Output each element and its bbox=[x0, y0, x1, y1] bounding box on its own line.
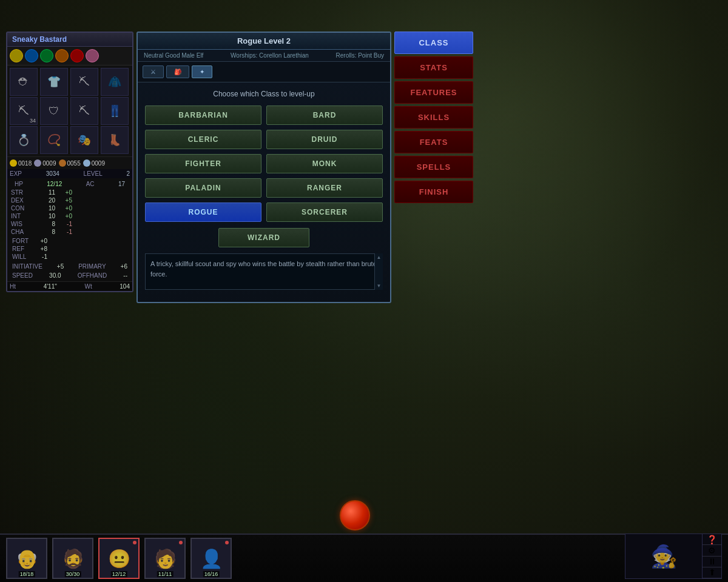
class-btn-druid[interactable]: DRUID bbox=[266, 130, 383, 149]
will-row: WILL -1 bbox=[12, 253, 127, 261]
char-icon-2[interactable] bbox=[25, 49, 38, 62]
class-btn-ranger[interactable]: RANGER bbox=[266, 178, 383, 198]
hp-ac-row: HP 12/12 AC 17 bbox=[10, 179, 130, 189]
nav-btn-spells[interactable]: SPELLS bbox=[394, 156, 473, 178]
eq-slot-neck[interactable]: 📿 bbox=[40, 126, 68, 154]
portrait-face-5: 👤 bbox=[200, 548, 223, 569]
fort-label: FORT bbox=[12, 238, 32, 244]
saving-throws: FORT +0 REF +8 WILL -1 bbox=[10, 236, 130, 262]
char-icon-6[interactable] bbox=[86, 49, 99, 62]
tab-magic-icon[interactable]: ✦ bbox=[192, 65, 212, 78]
int-label: INT bbox=[11, 213, 38, 219]
stat-str: STR 11 +0 bbox=[10, 189, 130, 196]
silver-resource: 0009 bbox=[34, 159, 56, 167]
ht-value: 4'11" bbox=[44, 283, 57, 290]
eq-slot-item[interactable]: 🎭 bbox=[70, 126, 98, 154]
stat-wis: WIS 8 -1 bbox=[10, 220, 130, 228]
wis-mod: -1 bbox=[55, 221, 72, 227]
dex-label: DEX bbox=[11, 197, 38, 204]
eq-slot-armor[interactable]: 🛡 bbox=[40, 97, 68, 125]
gem-value: 0009 bbox=[92, 160, 105, 167]
portrait-2[interactable]: 🧔 30/30 bbox=[52, 538, 93, 579]
eq-slot-tool2[interactable]: ⛏ bbox=[70, 97, 98, 125]
eq-slot-tool1[interactable]: ⛏ bbox=[70, 68, 98, 96]
ref-value: +8 bbox=[34, 246, 47, 252]
class-btn-wizard[interactable]: WIZARD bbox=[218, 228, 309, 247]
scroll-down-icon[interactable]: ▼ bbox=[377, 283, 382, 289]
class-btn-cleric[interactable]: CLERIC bbox=[145, 130, 261, 149]
fort-row: FORT +0 bbox=[12, 237, 127, 245]
tab-inventory-icon[interactable]: 🎒 bbox=[166, 65, 189, 78]
class-btn-bard[interactable]: BARD bbox=[266, 105, 383, 125]
eq-slot-cape[interactable]: 🧥 bbox=[101, 68, 129, 96]
char-icon-1[interactable] bbox=[10, 49, 23, 62]
eq-slot-boots[interactable]: 👢 bbox=[101, 126, 129, 154]
equipment-grid: ⛑ 👕 ⛏ 🧥 ⛏34 🛡 ⛏ 👖 💍 📿 🎭 👢 bbox=[7, 65, 132, 156]
portrait-face-1: 👴 bbox=[16, 548, 38, 569]
class-btn-fighter[interactable]: FIGHTER bbox=[145, 154, 261, 173]
class-btn-sorcerer[interactable]: SORCERER bbox=[266, 202, 383, 222]
exp-value: 3034 bbox=[46, 170, 59, 177]
right-nav-panel: CLASS STATS FEATURES SKILLS FEATS SPELLS… bbox=[394, 32, 473, 203]
char-icons-row bbox=[7, 47, 132, 65]
char-icon-5[interactable] bbox=[70, 49, 84, 62]
silver-value: 0009 bbox=[42, 160, 56, 167]
portrait-bar: 👴 18/18 🧔 30/30 😐 12/12 🧑 11/11 👤 16/16 bbox=[0, 534, 728, 582]
class-btn-barbarian[interactable]: BARBARIAN bbox=[145, 105, 261, 125]
stat-dex: DEX 20 +5 bbox=[10, 196, 130, 204]
br-icon-2[interactable]: ⚙ bbox=[703, 545, 721, 556]
portrait-1[interactable]: 👴 18/18 bbox=[6, 538, 47, 579]
hp-label: HP bbox=[15, 181, 23, 187]
portrait-3[interactable]: 😐 12/12 bbox=[98, 538, 140, 579]
levelup-modal: Rogue Level 2 Neutral Good Male Elf Wors… bbox=[136, 32, 391, 303]
eq-slot-ring1[interactable]: 💍 bbox=[10, 126, 38, 154]
nav-btn-features[interactable]: FEATURES bbox=[394, 81, 473, 104]
eq-slot-legs[interactable]: 👖 bbox=[101, 97, 129, 125]
char-icon-3[interactable] bbox=[40, 49, 53, 62]
br-icon-4[interactable]: ⬆ bbox=[703, 567, 721, 578]
con-label: CON bbox=[11, 205, 38, 212]
portrait-4[interactable]: 🧑 11/11 bbox=[144, 538, 186, 579]
desc-scrollbar[interactable]: ▲ ▼ bbox=[374, 253, 383, 290]
br-icon-1[interactable]: ❓ bbox=[703, 534, 721, 545]
description-box: A tricky, skillful scout and spy who win… bbox=[145, 253, 383, 290]
portrait-dot-4 bbox=[179, 541, 183, 544]
br-icon-3[interactable]: ⏸ bbox=[703, 557, 721, 567]
nav-btn-feats[interactable]: FEATS bbox=[394, 131, 473, 153]
wt-label: Wt bbox=[84, 283, 92, 290]
eq-slot-helmet[interactable]: ⛑ bbox=[10, 68, 38, 96]
primary-label: PRIMARY bbox=[78, 263, 106, 270]
wt-value: 104 bbox=[120, 283, 130, 290]
modal-tabs: ⚔ 🎒 ✦ bbox=[138, 62, 390, 82]
char-header: Sneaky Bastard bbox=[7, 33, 132, 47]
eq-slot-chest[interactable]: 👕 bbox=[40, 68, 68, 96]
red-orb[interactable] bbox=[340, 500, 370, 530]
eq-slot-weapon[interactable]: ⛏34 bbox=[10, 97, 38, 125]
gold-icon bbox=[10, 159, 17, 167]
will-label: WILL bbox=[12, 253, 32, 260]
subtitle-rerolls: Rerolls: Point Buy bbox=[336, 52, 384, 59]
modal-body: Choose which Class to level-up BARBARIAN… bbox=[138, 82, 390, 302]
stat-int: INT 10 +0 bbox=[10, 212, 130, 220]
str-mod: +0 bbox=[55, 189, 72, 196]
fort-value: +0 bbox=[34, 238, 47, 244]
ref-row: REF +8 bbox=[12, 245, 127, 253]
copper-resource: 0055 bbox=[59, 159, 81, 167]
class-btn-rogue[interactable]: ROGUE bbox=[145, 202, 261, 222]
portrait-5[interactable]: 👤 16/16 bbox=[190, 538, 232, 579]
modal-header: Rogue Level 2 bbox=[138, 33, 390, 50]
nav-btn-stats[interactable]: STATS bbox=[394, 56, 473, 79]
nav-btn-skills[interactable]: SKILLS bbox=[394, 106, 473, 129]
hp-value: 12/12 bbox=[47, 181, 62, 187]
nav-btn-finish[interactable]: FINISH bbox=[394, 181, 473, 203]
char-icon-4[interactable] bbox=[55, 49, 69, 62]
ht-wt-row: Ht 4'11" Wt 104 bbox=[7, 281, 132, 291]
class-btn-paladin[interactable]: PALADIN bbox=[145, 178, 261, 198]
scroll-up-icon[interactable]: ▲ bbox=[377, 255, 382, 260]
portrait-face-4: 🧑 bbox=[154, 548, 177, 569]
br-figure-area: 🧙 bbox=[625, 534, 702, 578]
subtitle-worships: Worships: Corellon Larethian bbox=[231, 52, 309, 59]
class-btn-monk[interactable]: MONK bbox=[266, 154, 383, 173]
tab-combat-icon[interactable]: ⚔ bbox=[143, 65, 164, 78]
nav-btn-class[interactable]: CLASS bbox=[394, 32, 473, 54]
